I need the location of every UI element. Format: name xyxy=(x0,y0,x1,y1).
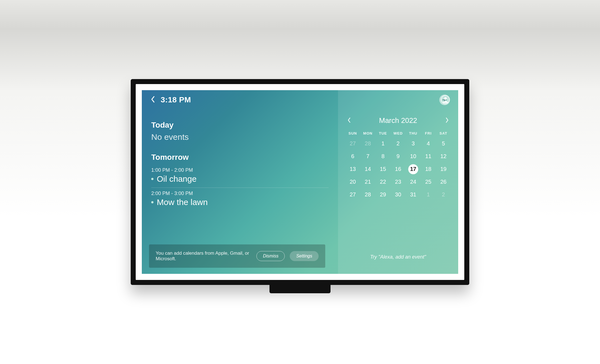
week-row: 272829303112 xyxy=(345,189,451,200)
day-cell[interactable]: 31 xyxy=(406,189,421,200)
calendar-pane: March 2022 SUNMONTUEWEDTHUFRISAT 2728123… xyxy=(338,90,458,274)
day-cell[interactable]: 8 xyxy=(375,151,390,162)
day-cell[interactable]: 16 xyxy=(390,164,405,175)
day-cell[interactable]: 15 xyxy=(375,164,390,175)
dow-label: SAT xyxy=(436,131,451,135)
day-cell[interactable]: 14 xyxy=(360,164,375,175)
day-cell[interactable]: 18 xyxy=(421,164,436,175)
dow-label: SUN xyxy=(345,131,360,135)
event-dot-icon xyxy=(151,201,153,203)
day-cell[interactable]: 25 xyxy=(421,176,436,188)
day-cell[interactable]: 5 xyxy=(436,138,451,149)
week-row: 6789101112 xyxy=(345,151,451,162)
day-cell[interactable]: 21 xyxy=(360,176,375,188)
day-cell[interactable]: 1 xyxy=(375,138,390,149)
day-cell[interactable]: 29 xyxy=(375,189,390,200)
day-cell[interactable]: 13 xyxy=(345,164,360,175)
day-cell[interactable]: 9 xyxy=(390,151,405,162)
calendar-grid: 2728123456789101112131415161718192021222… xyxy=(345,138,451,202)
month-nav: March 2022 xyxy=(345,115,451,126)
day-cell[interactable]: 7 xyxy=(360,151,375,162)
device-stand xyxy=(269,282,331,293)
day-cell[interactable]: 20 xyxy=(345,176,360,188)
day-cell[interactable]: 4 xyxy=(421,138,436,149)
day-cell[interactable]: 23 xyxy=(390,176,405,188)
agenda-section: TodayNo events xyxy=(151,121,329,142)
settings-button[interactable]: Settings xyxy=(290,251,319,261)
day-cell[interactable]: 27 xyxy=(345,189,360,200)
day-cell[interactable]: 24 xyxy=(406,176,421,188)
dow-label: TUE xyxy=(375,131,390,135)
alexa-hint: Try "Alexa, add an event" xyxy=(345,254,451,266)
day-cell[interactable]: 12 xyxy=(436,151,451,162)
prev-month-button[interactable] xyxy=(345,115,353,126)
day-cell[interactable]: 22 xyxy=(375,176,390,188)
day-cell[interactable]: 26 xyxy=(436,176,451,188)
day-cell[interactable]: 2 xyxy=(390,138,405,149)
day-cell[interactable]: 30 xyxy=(390,189,405,200)
day-cell[interactable]: 3 xyxy=(406,138,421,149)
device-bezel: 3:18 PM TodayNo eventsTomorrow1:00 PM - … xyxy=(136,84,464,280)
dismiss-button[interactable]: Dismiss xyxy=(256,251,285,261)
day-cell[interactable]: 1 xyxy=(421,189,436,200)
day-cell[interactable]: 19 xyxy=(436,164,451,175)
event-time: 2:00 PM - 3:00 PM xyxy=(151,191,329,196)
event-title: Mow the lawn xyxy=(157,198,208,207)
dow-label: WED xyxy=(390,131,405,135)
day-cell[interactable]: 10 xyxy=(406,151,421,162)
day-cell[interactable]: 17 xyxy=(408,164,418,174)
week-row: 272812345 xyxy=(345,138,451,149)
day-cell[interactable]: 11 xyxy=(421,151,436,162)
dow-label: FRI xyxy=(421,131,436,135)
day-cell[interactable]: 6 xyxy=(345,151,360,162)
day-cell[interactable]: 27 xyxy=(345,138,360,149)
tip-banner: You can add calendars from Apple, Gmail,… xyxy=(149,244,325,268)
week-row: 20212223242526 xyxy=(345,176,451,188)
tip-text: You can add calendars from Apple, Gmail,… xyxy=(156,251,251,262)
week-row: 13141516171819 xyxy=(345,164,451,175)
day-cell[interactable]: 28 xyxy=(360,189,375,200)
dow-label: MON xyxy=(360,131,375,135)
event-time: 1:00 PM - 2:00 PM xyxy=(151,167,329,173)
section-empty-text: No events xyxy=(151,132,329,142)
dow-label: THU xyxy=(406,131,421,135)
day-cell[interactable]: 28 xyxy=(360,138,375,149)
event-item[interactable]: 2:00 PM - 3:00 PMMow the lawn xyxy=(151,188,329,211)
clock-time: 3:18 PM xyxy=(161,95,191,104)
event-dot-icon xyxy=(151,178,153,180)
event-title: Oil change xyxy=(157,174,196,184)
agenda-section: Tomorrow1:00 PM - 2:00 PMOil change2:00 … xyxy=(151,153,329,211)
device-frame: 3:18 PM TodayNo eventsTomorrow1:00 PM - … xyxy=(131,79,469,285)
dow-header-row: SUNMONTUEWEDTHUFRISAT xyxy=(345,131,451,135)
section-title: Tomorrow xyxy=(151,153,329,162)
section-title: Today xyxy=(151,121,329,130)
screen: 3:18 PM TodayNo eventsTomorrow1:00 PM - … xyxy=(142,90,458,274)
month-label: March 2022 xyxy=(379,116,417,125)
next-month-button[interactable] xyxy=(443,115,451,126)
back-icon[interactable] xyxy=(150,95,156,104)
event-item[interactable]: 1:00 PM - 2:00 PMOil change xyxy=(151,165,329,188)
day-cell[interactable]: 2 xyxy=(436,189,451,200)
